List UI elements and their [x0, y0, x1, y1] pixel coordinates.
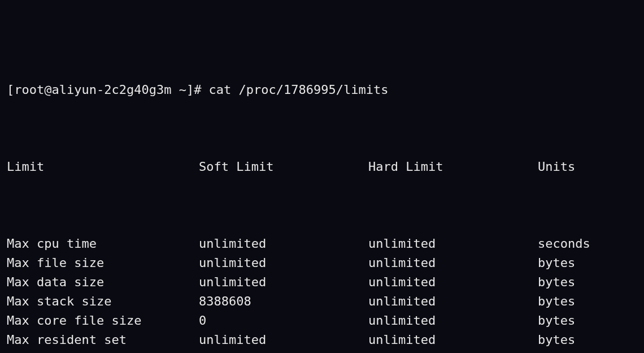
cell-limit: Max file size: [7, 253, 199, 273]
cell-hard: unlimited: [368, 234, 538, 253]
cell-soft: 0: [199, 311, 368, 330]
terminal-output[interactable]: [root@aliyun-2c2g40g3m ~]# cat /proc/178…: [0, 0, 644, 353]
cell-limit: Max stack size: [7, 292, 199, 311]
header-units: Units: [538, 157, 637, 176]
cell-soft: 7406: [199, 350, 368, 353]
limits-row: Max cpu timeunlimitedunlimitedseconds: [7, 234, 637, 253]
cell-units: bytes: [538, 273, 637, 292]
cell-limit: Max data size: [7, 273, 199, 292]
cell-hard: unlimited: [368, 330, 538, 350]
cell-hard: 7406: [368, 350, 538, 353]
cell-units: processes: [538, 350, 637, 353]
cell-limit: Max processes: [7, 350, 199, 353]
cell-limit: Max core file size: [7, 311, 199, 330]
limits-row: Max core file size0unlimitedbytes: [7, 311, 637, 330]
header-limit: Limit: [7, 157, 199, 176]
limits-row: Max stack size8388608unlimitedbytes: [7, 292, 637, 311]
cell-limit: Max cpu time: [7, 234, 199, 253]
cell-hard: unlimited: [368, 311, 538, 330]
cell-soft: unlimited: [199, 273, 368, 292]
header-hard: Hard Limit: [368, 157, 538, 176]
cell-soft: unlimited: [199, 253, 368, 273]
cell-soft: unlimited: [199, 330, 368, 350]
limits-row: Max file sizeunlimitedunlimitedbytes: [7, 253, 637, 273]
shell-prompt-line: [root@aliyun-2c2g40g3m ~]# cat /proc/178…: [7, 80, 637, 100]
cell-soft: unlimited: [199, 234, 368, 253]
cell-hard: unlimited: [368, 253, 538, 273]
limits-row: Max resident setunlimitedunlimitedbytes: [7, 330, 637, 350]
cell-soft: 8388608: [199, 292, 368, 311]
cell-units: bytes: [538, 311, 637, 330]
cell-limit: Max resident set: [7, 330, 199, 350]
cell-hard: unlimited: [368, 273, 538, 292]
limits-rows: Max cpu timeunlimitedunlimitedsecondsMax…: [7, 234, 637, 353]
header-soft: Soft Limit: [199, 157, 368, 176]
cell-units: bytes: [538, 292, 637, 311]
cell-units: seconds: [538, 234, 637, 253]
cell-units: bytes: [538, 330, 637, 350]
limits-row: Max data sizeunlimitedunlimitedbytes: [7, 273, 637, 292]
limits-row: Max processes74067406processes: [7, 350, 637, 353]
cell-hard: unlimited: [368, 292, 538, 311]
cell-units: bytes: [538, 253, 637, 273]
limits-header-row: Limit Soft Limit Hard Limit Units: [7, 157, 637, 176]
